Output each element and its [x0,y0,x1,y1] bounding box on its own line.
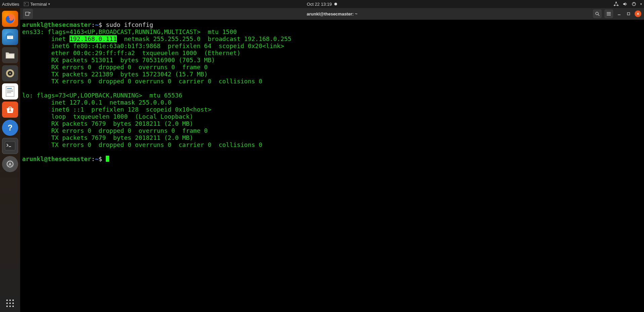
dock-files[interactable] [2,47,18,63]
svg-point-11 [9,73,11,74]
dock-software[interactable]: A [2,102,18,118]
svg-line-36 [598,14,599,16]
prompt-userhost: arunkl@thesecmaster [22,155,91,162]
dock-terminal[interactable] [2,138,18,154]
prompt-sigil: $ [99,155,102,162]
system-status-area[interactable]: ▾ [613,2,642,6]
output-line: RX packets 513011 bytes 705316900 (705.3… [22,56,215,64]
output-line: inet6 fe80::41e:63a0:b1f3:9868 prefixlen… [22,42,284,49]
highlighted-ip: 192.168.0.111 [70,35,117,42]
chevron-down-icon: ▾ [48,2,50,6]
output-line: RX errors 0 dropped 0 overruns 0 frame 0 [22,64,208,71]
svg-rect-0 [24,2,29,6]
svg-point-30 [9,306,11,307]
output-line: loop txqueuelen 1000 (Local Loopback) [22,113,193,120]
svg-text:A: A [9,108,11,112]
prompt-sep: : [91,155,95,162]
output-line: inet 127.0.0.1 netmask 255.0.0.0 [22,99,171,106]
maximize-button[interactable] [625,10,632,17]
dock-updater[interactable]: A [2,156,18,172]
command-text: sudo ifconfig [106,21,153,28]
svg-point-28 [12,303,14,304]
output-line: RX errors 0 dropped 0 overruns 0 frame 0 [22,127,208,134]
minimize-button[interactable] [616,10,623,17]
terminal-icon [24,2,29,6]
activities-button[interactable]: Activities [2,2,19,7]
output-line: ens33: flags=4163<UP,BROADCAST,RUNNING,M… [22,28,237,35]
app-menu[interactable]: Terminal ▾ [24,2,50,7]
prompt-path: ~ [95,21,99,28]
cursor [106,156,109,162]
svg-point-27 [9,303,11,304]
svg-point-29 [6,306,8,307]
svg-rect-15 [7,91,13,92]
gnome-top-bar: Activities Terminal ▾ Oct 22 13:19 ▾ [0,0,644,8]
dock-thunderbird[interactable] [2,29,18,45]
chevron-down-icon: ▾ [640,2,642,6]
output-line: RX packets 7679 bytes 2018211 (2.0 MB) [22,120,193,127]
svg-rect-16 [7,92,11,93]
output-line: lo: flags=73<UP,LOOPBACK,RUNNING> mtu 65… [22,92,182,99]
network-icon [613,2,619,6]
hamburger-menu-button[interactable] [604,9,613,18]
svg-rect-18 [5,142,15,150]
svg-point-31 [12,306,14,307]
dock-help[interactable]: ? [2,120,18,136]
dock: A ? A [0,8,20,312]
notification-dot-icon [334,3,337,5]
output-line: ether 00:0c:29:ff:ff:a2 txqueuelen 1000 … [22,49,240,56]
dock-writer[interactable] [2,83,18,100]
clock[interactable]: Oct 22 13:19 [307,2,337,7]
dock-firefox[interactable] [2,11,18,27]
output-line: TX packets 7679 bytes 2018211 (2.0 MB) [22,134,193,141]
svg-rect-14 [7,90,13,90]
volume-icon [623,2,628,6]
output-line: TX errors 0 dropped 0 overruns 0 carrier… [22,78,262,85]
output-line: TX packets 221389 bytes 15723042 (15.7 M… [22,71,208,78]
svg-point-26 [6,303,8,304]
svg-point-25 [12,300,14,301]
new-tab-button[interactable] [23,9,33,19]
dock-rhythmbox[interactable] [2,65,18,81]
search-button[interactable] [593,9,602,18]
output-line: inet [22,35,70,42]
output-line: inet6 ::1 prefixlen 128 scopeid 0x10<hos… [22,106,212,113]
terminal-viewport[interactable]: arunkl@thesecmaster:~$ sudo ifconfig ens… [20,20,644,312]
clock-label: Oct 22 13:19 [307,2,332,7]
prompt-path: ~ [95,155,99,162]
svg-rect-8 [6,54,14,58]
close-button[interactable] [635,10,641,17]
svg-rect-13 [7,88,12,89]
terminal-window: arunkl@thesecmaster: ~ arunkl@thesecmast… [20,8,644,312]
prompt-sigil: $ [99,21,102,28]
svg-rect-41 [628,13,630,15]
window-title: arunkl@thesecmaster: ~ [307,11,357,16]
output-line: netmask 255.255.255.0 broadcast 192.168.… [117,35,291,42]
show-applications[interactable] [2,295,18,311]
window-titlebar: arunkl@thesecmaster: ~ [20,8,644,20]
svg-point-23 [6,300,8,301]
output-line: TX errors 0 dropped 0 overruns 0 carrier… [22,141,262,148]
prompt-sep: : [91,21,95,28]
svg-point-35 [596,12,598,15]
svg-text:A: A [8,162,12,167]
app-menu-label: Terminal [30,2,47,7]
svg-point-24 [9,300,11,301]
prompt-userhost: arunkl@thesecmaster [22,21,91,28]
svg-rect-32 [26,12,29,15]
power-icon [632,2,636,6]
